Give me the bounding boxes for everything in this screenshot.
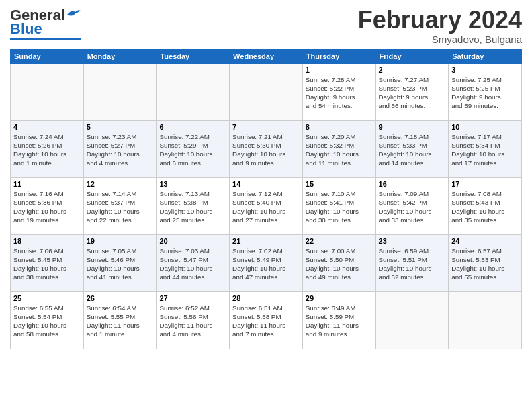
table-row (449, 291, 522, 349)
table-row: 26Sunrise: 6:54 AM Sunset: 5:55 PM Dayli… (83, 291, 157, 349)
table-row: 2Sunrise: 7:27 AM Sunset: 5:23 PM Daylig… (375, 63, 449, 120)
day-number: 27 (159, 294, 226, 302)
logo: General Blue (10, 7, 81, 40)
day-number: 23 (379, 237, 446, 245)
day-info: Sunrise: 7:25 AM Sunset: 5:25 PM Dayligh… (451, 75, 519, 111)
calendar-week-row: 11Sunrise: 7:16 AM Sunset: 5:36 PM Dayli… (11, 177, 522, 234)
table-row: 13Sunrise: 7:13 AM Sunset: 5:38 PM Dayli… (157, 177, 230, 234)
col-tuesday: Tuesday (157, 49, 230, 63)
day-info: Sunrise: 7:16 AM Sunset: 5:36 PM Dayligh… (13, 189, 81, 225)
day-number: 20 (159, 237, 226, 245)
day-number: 14 (232, 180, 300, 188)
day-info: Sunrise: 7:09 AM Sunset: 5:42 PM Dayligh… (379, 189, 446, 225)
col-thursday: Thursday (302, 49, 375, 63)
table-row: 9Sunrise: 7:18 AM Sunset: 5:33 PM Daylig… (375, 120, 449, 177)
calendar-week-row: 4Sunrise: 7:24 AM Sunset: 5:26 PM Daylig… (11, 120, 522, 177)
title-area: February 2024 Smyadovo, Bulgaria (358, 7, 522, 45)
col-sunday: Sunday (11, 49, 84, 63)
day-number: 22 (306, 237, 373, 245)
day-number: 2 (379, 66, 446, 74)
logo-bird-icon (66, 8, 81, 20)
day-info: Sunrise: 6:59 AM Sunset: 5:51 PM Dayligh… (379, 246, 446, 282)
table-row: 24Sunrise: 6:57 AM Sunset: 5:53 PM Dayli… (449, 234, 522, 291)
table-row: 17Sunrise: 7:08 AM Sunset: 5:43 PM Dayli… (449, 177, 522, 234)
table-row: 7Sunrise: 7:21 AM Sunset: 5:30 PM Daylig… (230, 120, 303, 177)
table-row (11, 63, 84, 120)
day-info: Sunrise: 7:22 AM Sunset: 5:29 PM Dayligh… (159, 132, 226, 168)
day-number: 24 (451, 237, 519, 245)
table-row: 11Sunrise: 7:16 AM Sunset: 5:36 PM Dayli… (11, 177, 84, 234)
table-row: 25Sunrise: 6:55 AM Sunset: 5:54 PM Dayli… (11, 291, 84, 349)
day-info: Sunrise: 6:54 AM Sunset: 5:55 PM Dayligh… (87, 304, 154, 339)
day-info: Sunrise: 7:02 AM Sunset: 5:49 PM Dayligh… (232, 246, 300, 282)
table-row: 5Sunrise: 7:23 AM Sunset: 5:27 PM Daylig… (83, 120, 157, 177)
header: General Blue February 2024 Smyadovo, Bul… (10, 7, 522, 45)
col-monday: Monday (83, 49, 157, 63)
day-info: Sunrise: 7:21 AM Sunset: 5:30 PM Dayligh… (232, 132, 300, 168)
table-row: 20Sunrise: 7:03 AM Sunset: 5:47 PM Dayli… (157, 234, 230, 291)
day-number: 28 (232, 294, 300, 302)
day-number: 17 (451, 180, 519, 188)
table-row: 19Sunrise: 7:05 AM Sunset: 5:46 PM Dayli… (83, 234, 157, 291)
table-row: 12Sunrise: 7:14 AM Sunset: 5:37 PM Dayli… (83, 177, 157, 234)
day-info: Sunrise: 6:51 AM Sunset: 5:58 PM Dayligh… (232, 304, 300, 339)
day-info: Sunrise: 7:14 AM Sunset: 5:37 PM Dayligh… (87, 189, 154, 225)
table-row: 6Sunrise: 7:22 AM Sunset: 5:29 PM Daylig… (157, 120, 230, 177)
location: Smyadovo, Bulgaria (358, 34, 522, 45)
calendar-week-row: 25Sunrise: 6:55 AM Sunset: 5:54 PM Dayli… (11, 291, 522, 349)
table-row: 21Sunrise: 7:02 AM Sunset: 5:49 PM Dayli… (230, 234, 303, 291)
col-wednesday: Wednesday (230, 49, 303, 63)
day-info: Sunrise: 7:08 AM Sunset: 5:43 PM Dayligh… (451, 189, 519, 225)
day-info: Sunrise: 7:28 AM Sunset: 5:22 PM Dayligh… (306, 75, 373, 111)
day-info: Sunrise: 6:57 AM Sunset: 5:53 PM Dayligh… (451, 246, 519, 282)
table-row: 18Sunrise: 7:06 AM Sunset: 5:45 PM Dayli… (11, 234, 84, 291)
month-title: February 2024 (358, 7, 522, 34)
calendar-week-row: 18Sunrise: 7:06 AM Sunset: 5:45 PM Dayli… (11, 234, 522, 291)
table-row: 10Sunrise: 7:17 AM Sunset: 5:34 PM Dayli… (449, 120, 522, 177)
day-info: Sunrise: 7:00 AM Sunset: 5:50 PM Dayligh… (306, 246, 373, 282)
day-number: 10 (451, 123, 519, 131)
day-number: 25 (13, 294, 81, 302)
day-info: Sunrise: 7:24 AM Sunset: 5:26 PM Dayligh… (13, 132, 81, 168)
day-info: Sunrise: 7:20 AM Sunset: 5:32 PM Dayligh… (306, 132, 373, 168)
day-info: Sunrise: 7:13 AM Sunset: 5:38 PM Dayligh… (159, 189, 226, 225)
table-row: 29Sunrise: 6:49 AM Sunset: 5:59 PM Dayli… (302, 291, 375, 349)
day-number: 4 (13, 123, 81, 131)
logo-underline (10, 38, 81, 40)
calendar-week-row: 1Sunrise: 7:28 AM Sunset: 5:22 PM Daylig… (11, 63, 522, 120)
table-row: 28Sunrise: 6:51 AM Sunset: 5:58 PM Dayli… (230, 291, 303, 349)
day-number: 13 (159, 180, 226, 188)
day-info: Sunrise: 7:05 AM Sunset: 5:46 PM Dayligh… (87, 246, 154, 282)
day-number: 1 (306, 66, 373, 74)
day-info: Sunrise: 6:55 AM Sunset: 5:54 PM Dayligh… (13, 304, 81, 339)
day-number: 26 (87, 294, 154, 302)
col-saturday: Saturday (449, 49, 522, 63)
day-number: 12 (87, 180, 154, 188)
day-info: Sunrise: 7:03 AM Sunset: 5:47 PM Dayligh… (159, 246, 226, 282)
day-info: Sunrise: 7:23 AM Sunset: 5:27 PM Dayligh… (87, 132, 154, 168)
day-number: 16 (379, 180, 446, 188)
day-info: Sunrise: 7:27 AM Sunset: 5:23 PM Dayligh… (379, 75, 446, 111)
table-row (83, 63, 157, 120)
day-info: Sunrise: 7:18 AM Sunset: 5:33 PM Dayligh… (379, 132, 446, 168)
day-number: 19 (87, 237, 154, 245)
day-number: 5 (87, 123, 154, 131)
day-info: Sunrise: 6:52 AM Sunset: 5:56 PM Dayligh… (159, 304, 226, 339)
day-number: 18 (13, 237, 81, 245)
day-number: 9 (379, 123, 446, 131)
table-row (230, 63, 303, 120)
day-number: 29 (306, 294, 373, 302)
calendar-header-row: Sunday Monday Tuesday Wednesday Thursday… (11, 49, 522, 63)
day-number: 6 (159, 123, 226, 131)
table-row: 1Sunrise: 7:28 AM Sunset: 5:22 PM Daylig… (302, 63, 375, 120)
day-info: Sunrise: 6:49 AM Sunset: 5:59 PM Dayligh… (306, 304, 373, 339)
page: General Blue February 2024 Smyadovo, Bul… (0, 0, 532, 411)
day-number: 21 (232, 237, 300, 245)
table-row: 4Sunrise: 7:24 AM Sunset: 5:26 PM Daylig… (11, 120, 84, 177)
day-number: 15 (306, 180, 373, 188)
day-number: 3 (451, 66, 519, 74)
table-row: 15Sunrise: 7:10 AM Sunset: 5:41 PM Dayli… (302, 177, 375, 234)
day-info: Sunrise: 7:10 AM Sunset: 5:41 PM Dayligh… (306, 189, 373, 225)
col-friday: Friday (375, 49, 449, 63)
table-row (157, 63, 230, 120)
